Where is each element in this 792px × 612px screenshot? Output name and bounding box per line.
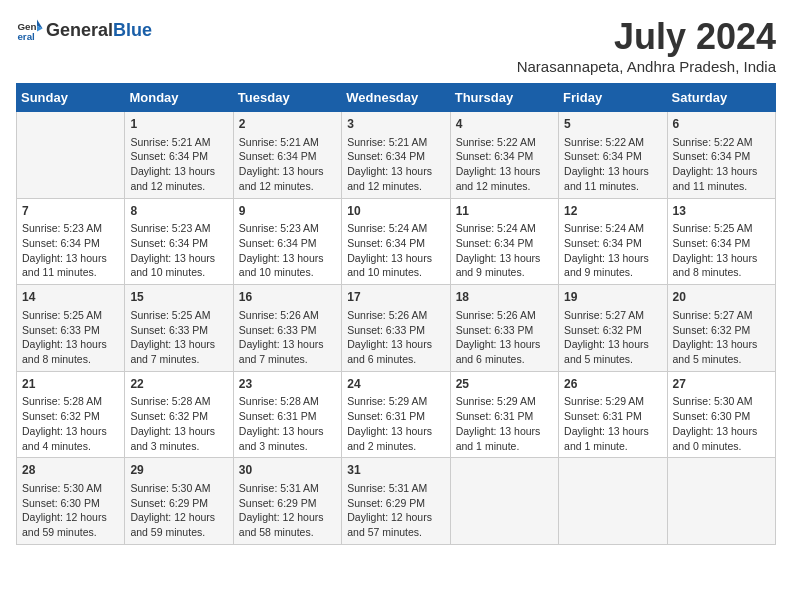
calendar-cell: [559, 458, 667, 545]
day-info: Sunrise: 5:28 AMSunset: 6:32 PMDaylight:…: [130, 394, 227, 453]
day-info: Sunrise: 5:30 AMSunset: 6:30 PMDaylight:…: [673, 394, 770, 453]
day-info: Sunrise: 5:30 AMSunset: 6:30 PMDaylight:…: [22, 481, 119, 540]
calendar-cell: 28Sunrise: 5:30 AMSunset: 6:30 PMDayligh…: [17, 458, 125, 545]
day-info: Sunrise: 5:22 AMSunset: 6:34 PMDaylight:…: [673, 135, 770, 194]
day-number: 5: [564, 116, 661, 133]
weekday-header-tuesday: Tuesday: [233, 84, 341, 112]
day-number: 13: [673, 203, 770, 220]
day-number: 22: [130, 376, 227, 393]
weekday-header-sunday: Sunday: [17, 84, 125, 112]
day-info: Sunrise: 5:24 AMSunset: 6:34 PMDaylight:…: [456, 221, 553, 280]
calendar-cell: 20Sunrise: 5:27 AMSunset: 6:32 PMDayligh…: [667, 285, 775, 372]
day-info: Sunrise: 5:25 AMSunset: 6:33 PMDaylight:…: [130, 308, 227, 367]
calendar-cell: 4Sunrise: 5:22 AMSunset: 6:34 PMDaylight…: [450, 112, 558, 199]
day-info: Sunrise: 5:30 AMSunset: 6:29 PMDaylight:…: [130, 481, 227, 540]
day-number: 30: [239, 462, 336, 479]
calendar-cell: 1Sunrise: 5:21 AMSunset: 6:34 PMDaylight…: [125, 112, 233, 199]
calendar-cell: 3Sunrise: 5:21 AMSunset: 6:34 PMDaylight…: [342, 112, 450, 199]
day-info: Sunrise: 5:31 AMSunset: 6:29 PMDaylight:…: [239, 481, 336, 540]
weekday-header-wednesday: Wednesday: [342, 84, 450, 112]
day-info: Sunrise: 5:21 AMSunset: 6:34 PMDaylight:…: [347, 135, 444, 194]
calendar-cell: 22Sunrise: 5:28 AMSunset: 6:32 PMDayligh…: [125, 371, 233, 458]
day-info: Sunrise: 5:31 AMSunset: 6:29 PMDaylight:…: [347, 481, 444, 540]
day-info: Sunrise: 5:21 AMSunset: 6:34 PMDaylight:…: [239, 135, 336, 194]
day-number: 31: [347, 462, 444, 479]
day-number: 26: [564, 376, 661, 393]
calendar-week-row: 7Sunrise: 5:23 AMSunset: 6:34 PMDaylight…: [17, 198, 776, 285]
weekday-header-friday: Friday: [559, 84, 667, 112]
day-number: 8: [130, 203, 227, 220]
day-info: Sunrise: 5:27 AMSunset: 6:32 PMDaylight:…: [564, 308, 661, 367]
day-info: Sunrise: 5:29 AMSunset: 6:31 PMDaylight:…: [347, 394, 444, 453]
day-info: Sunrise: 5:25 AMSunset: 6:34 PMDaylight:…: [673, 221, 770, 280]
day-number: 29: [130, 462, 227, 479]
calendar-cell: [17, 112, 125, 199]
calendar-cell: 2Sunrise: 5:21 AMSunset: 6:34 PMDaylight…: [233, 112, 341, 199]
day-info: Sunrise: 5:21 AMSunset: 6:34 PMDaylight:…: [130, 135, 227, 194]
calendar-cell: 5Sunrise: 5:22 AMSunset: 6:34 PMDaylight…: [559, 112, 667, 199]
day-number: 25: [456, 376, 553, 393]
weekday-header-saturday: Saturday: [667, 84, 775, 112]
day-number: 3: [347, 116, 444, 133]
calendar-table: SundayMondayTuesdayWednesdayThursdayFrid…: [16, 83, 776, 545]
day-info: Sunrise: 5:26 AMSunset: 6:33 PMDaylight:…: [456, 308, 553, 367]
calendar-cell: 17Sunrise: 5:26 AMSunset: 6:33 PMDayligh…: [342, 285, 450, 372]
day-number: 11: [456, 203, 553, 220]
calendar-week-row: 14Sunrise: 5:25 AMSunset: 6:33 PMDayligh…: [17, 285, 776, 372]
day-info: Sunrise: 5:23 AMSunset: 6:34 PMDaylight:…: [239, 221, 336, 280]
day-number: 2: [239, 116, 336, 133]
calendar-cell: 27Sunrise: 5:30 AMSunset: 6:30 PMDayligh…: [667, 371, 775, 458]
calendar-cell: 15Sunrise: 5:25 AMSunset: 6:33 PMDayligh…: [125, 285, 233, 372]
calendar-cell: 31Sunrise: 5:31 AMSunset: 6:29 PMDayligh…: [342, 458, 450, 545]
svg-text:eral: eral: [17, 31, 35, 42]
day-info: Sunrise: 5:26 AMSunset: 6:33 PMDaylight:…: [347, 308, 444, 367]
calendar-cell: [667, 458, 775, 545]
logo-text: GeneralBlue: [46, 20, 152, 41]
day-number: 6: [673, 116, 770, 133]
calendar-cell: 26Sunrise: 5:29 AMSunset: 6:31 PMDayligh…: [559, 371, 667, 458]
logo-icon: Gen eral: [16, 16, 44, 44]
calendar-week-row: 21Sunrise: 5:28 AMSunset: 6:32 PMDayligh…: [17, 371, 776, 458]
logo: Gen eral GeneralBlue: [16, 16, 152, 44]
weekday-header-monday: Monday: [125, 84, 233, 112]
day-number: 18: [456, 289, 553, 306]
calendar-cell: 25Sunrise: 5:29 AMSunset: 6:31 PMDayligh…: [450, 371, 558, 458]
day-number: 4: [456, 116, 553, 133]
day-info: Sunrise: 5:23 AMSunset: 6:34 PMDaylight:…: [22, 221, 119, 280]
day-info: Sunrise: 5:23 AMSunset: 6:34 PMDaylight:…: [130, 221, 227, 280]
day-number: 15: [130, 289, 227, 306]
calendar-cell: 30Sunrise: 5:31 AMSunset: 6:29 PMDayligh…: [233, 458, 341, 545]
day-number: 23: [239, 376, 336, 393]
day-info: Sunrise: 5:29 AMSunset: 6:31 PMDaylight:…: [456, 394, 553, 453]
calendar-cell: 9Sunrise: 5:23 AMSunset: 6:34 PMDaylight…: [233, 198, 341, 285]
day-info: Sunrise: 5:29 AMSunset: 6:31 PMDaylight:…: [564, 394, 661, 453]
calendar-cell: 11Sunrise: 5:24 AMSunset: 6:34 PMDayligh…: [450, 198, 558, 285]
day-info: Sunrise: 5:24 AMSunset: 6:34 PMDaylight:…: [564, 221, 661, 280]
day-info: Sunrise: 5:25 AMSunset: 6:33 PMDaylight:…: [22, 308, 119, 367]
logo-blue: Blue: [113, 20, 152, 40]
calendar-cell: 16Sunrise: 5:26 AMSunset: 6:33 PMDayligh…: [233, 285, 341, 372]
day-number: 12: [564, 203, 661, 220]
day-number: 7: [22, 203, 119, 220]
page-header: Gen eral GeneralBlue July 2024 Narasanna…: [16, 16, 776, 75]
calendar-cell: 10Sunrise: 5:24 AMSunset: 6:34 PMDayligh…: [342, 198, 450, 285]
day-info: Sunrise: 5:22 AMSunset: 6:34 PMDaylight:…: [564, 135, 661, 194]
day-number: 16: [239, 289, 336, 306]
day-number: 17: [347, 289, 444, 306]
day-info: Sunrise: 5:28 AMSunset: 6:32 PMDaylight:…: [22, 394, 119, 453]
calendar-cell: 29Sunrise: 5:30 AMSunset: 6:29 PMDayligh…: [125, 458, 233, 545]
day-number: 24: [347, 376, 444, 393]
calendar-week-row: 1Sunrise: 5:21 AMSunset: 6:34 PMDaylight…: [17, 112, 776, 199]
day-number: 28: [22, 462, 119, 479]
day-info: Sunrise: 5:24 AMSunset: 6:34 PMDaylight:…: [347, 221, 444, 280]
day-number: 27: [673, 376, 770, 393]
title-block: July 2024 Narasannapeta, Andhra Pradesh,…: [517, 16, 776, 75]
calendar-cell: 12Sunrise: 5:24 AMSunset: 6:34 PMDayligh…: [559, 198, 667, 285]
calendar-cell: 19Sunrise: 5:27 AMSunset: 6:32 PMDayligh…: [559, 285, 667, 372]
day-number: 14: [22, 289, 119, 306]
logo-general: General: [46, 20, 113, 40]
day-number: 1: [130, 116, 227, 133]
calendar-cell: [450, 458, 558, 545]
day-number: 21: [22, 376, 119, 393]
calendar-cell: 21Sunrise: 5:28 AMSunset: 6:32 PMDayligh…: [17, 371, 125, 458]
